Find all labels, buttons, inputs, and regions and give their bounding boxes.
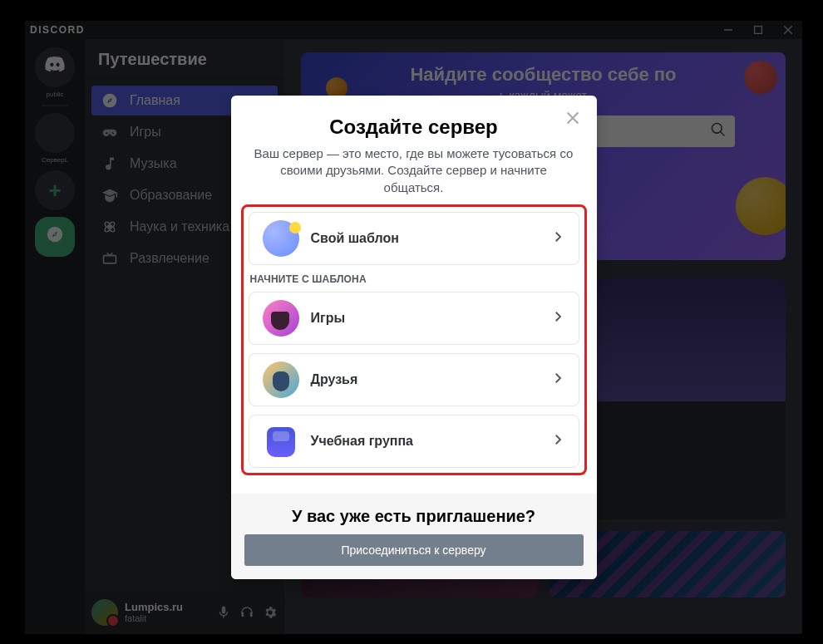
create-option-label: Игры	[311, 311, 346, 326]
modal-title: Создайте сервер	[244, 116, 584, 139]
app-window: DISCORD public СерверL +	[25, 21, 802, 634]
create-option-label: Друзья	[311, 372, 358, 387]
games-template-icon	[263, 300, 299, 337]
create-own-template-button[interactable]: Свой шаблон	[249, 212, 579, 265]
friends-template-icon	[263, 361, 299, 398]
chevron-right-icon	[550, 229, 565, 248]
chevron-right-icon	[550, 432, 565, 450]
modal-footer-title: У вас уже есть приглашение?	[244, 507, 584, 526]
join-server-button[interactable]: Присоединиться к серверу	[244, 534, 584, 566]
create-option-label: Свой шаблон	[311, 231, 399, 246]
modal-close-button[interactable]	[562, 109, 584, 130]
create-server-modal: Создайте сервер Ваш сервер — это место, …	[231, 96, 597, 579]
annotation-highlight: Свой шаблон НАЧНИТЕ С ШАБЛОНА Игры Друзь…	[241, 204, 587, 475]
study-template-icon	[263, 423, 299, 460]
template-section-header: НАЧНИТЕ С ШАБЛОНА	[250, 273, 579, 285]
template-friends-button[interactable]: Друзья	[249, 353, 579, 406]
modal-overlay[interactable]: Создайте сервер Ваш сервер — это место, …	[25, 21, 802, 634]
template-games-button[interactable]: Игры	[249, 292, 579, 345]
chevron-right-icon	[550, 371, 565, 389]
own-template-icon	[263, 220, 299, 257]
chevron-right-icon	[550, 309, 565, 327]
template-study-button[interactable]: Учебная группа	[249, 415, 579, 468]
close-icon	[564, 109, 582, 130]
modal-footer: У вас уже есть приглашение? Присоединить…	[231, 494, 597, 579]
create-option-label: Учебная группа	[311, 434, 414, 449]
modal-subtitle: Ваш сервер — это место, где вы можете ту…	[244, 145, 584, 196]
